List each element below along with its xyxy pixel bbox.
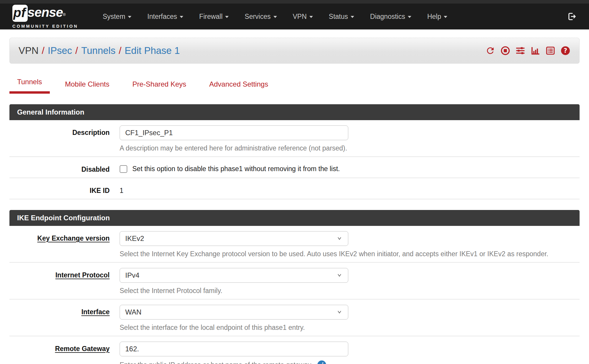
key-exchange-help: Select the Internet Key Exchange protoco… [120,250,580,258]
control-column: 1 [120,183,580,195]
description-row: Description A description may be entered… [9,120,580,157]
nav-menu: System Interfaces Firewall Services VPN … [95,13,567,21]
breadcrumb-vpn: VPN [19,45,39,56]
label-column: IKE ID [9,183,110,195]
label-column: Internet Protocol [9,268,110,295]
help-icon[interactable]: ? [560,46,570,56]
key-exchange-label: Key Exchange version [37,234,110,242]
remote-gateway-row: Remote Gateway Enter the public IP addre… [9,336,580,364]
description-input[interactable] [120,125,348,140]
remote-gateway-help: Enter the public IP address or host name… [120,360,580,364]
disabled-checkbox-label: Set this option to disable this phase1 w… [132,165,340,173]
tab-mobile-clients[interactable]: Mobile Clients [57,77,117,94]
disabled-checkbox[interactable] [120,165,127,173]
sign-out-icon[interactable] [567,11,577,21]
interface-label: Interface [81,308,110,316]
breadcrumb-edit-phase1-link[interactable]: Edit Phase 1 [125,45,180,56]
key-exchange-select[interactable]: IKEv2 [120,231,348,246]
label-column: Interface [9,305,110,332]
disabled-row: Disabled Set this option to disable this… [9,157,580,178]
breadcrumb-separator: / [75,45,78,56]
ike-endpoint-header: IKE Endpoint Configuration [9,210,580,226]
control-column: IPv4 Select the Internet Protocol family… [120,268,580,295]
nav-item-help[interactable]: Help [419,13,455,21]
breadcrumb-separator: / [42,45,44,56]
general-information-panel: General Information Description A descri… [9,104,580,199]
caret-down-icon [273,16,277,18]
key-exchange-row: Key Exchange version IKEv2 Select the In… [9,226,580,263]
label-column: Disabled [9,162,110,173]
sliders-icon[interactable] [515,46,525,56]
pf-logo-mark: pf [12,5,28,22]
chevron-down-icon [336,273,343,277]
nav-item-vpn[interactable]: VPN [285,13,321,21]
internet-protocol-help: Select the Internet Protocol family. [120,287,580,295]
internet-protocol-select[interactable]: IPv4 [120,268,348,283]
caret-down-icon [225,16,229,18]
nav-item-firewall[interactable]: Firewall [191,13,237,21]
remote-gateway-label: Remote Gateway [55,345,110,353]
community-edition-label: COMMUNITY EDITION [12,24,78,29]
stop-icon[interactable] [500,46,510,56]
nav-item-status[interactable]: Status [321,13,362,21]
caret-down-icon [180,16,183,18]
nav-item-system[interactable]: System [95,13,139,21]
top-strip [0,0,589,4]
nav-item-services[interactable]: Services [237,13,285,21]
breadcrumb-action-icons: ? [485,46,570,56]
nav-item-label: Help [427,13,441,21]
nav-item-diagnostics[interactable]: Diagnostics [362,13,419,21]
breadcrumb: VPN / IPsec / Tunnels / Edit Phase 1 [19,45,180,56]
internet-protocol-help-text: Select the Internet Protocol family. [120,287,222,295]
chevron-down-icon [336,236,343,241]
interface-value: WAN [125,308,141,316]
ike-id-value: 1 [120,183,580,195]
key-exchange-value: IKEv2 [125,234,144,243]
caret-down-icon [408,16,411,18]
breadcrumb-bar: VPN / IPsec / Tunnels / Edit Phase 1 [9,38,580,64]
nav-item-label: Diagnostics [370,13,405,21]
remote-gateway-help-text: Enter the public IP address or host name… [120,361,313,364]
svg-text:?: ? [564,47,567,54]
disabled-label: Disabled [81,166,110,173]
top-navbar: pf sense ® COMMUNITY EDITION System Inte… [0,4,589,29]
control-column: WAN Select the interface for the local e… [120,305,580,332]
tab-pre-shared-keys[interactable]: Pre-Shared Keys [125,77,194,94]
label-column: Key Exchange version [9,231,110,258]
caret-down-icon [444,16,447,18]
ike-id-row: IKE ID 1 [9,178,580,199]
nav-item-label: Firewall [199,13,222,21]
status-chart-icon[interactable] [530,46,540,56]
remote-gateway-input[interactable] [120,342,348,356]
label-column: Remote Gateway [9,342,110,364]
description-label: Description [72,129,110,136]
interface-row: Interface WAN Select the interface for t… [9,300,580,336]
breadcrumb-tunnels-link[interactable]: Tunnels [81,45,116,56]
nav-item-label: Services [245,13,270,21]
nav-item-interfaces[interactable]: Interfaces [139,13,191,21]
tab-advanced-settings[interactable]: Advanced Settings [202,77,276,94]
log-list-icon[interactable] [545,46,555,56]
internet-protocol-label: Internet Protocol [55,271,110,279]
refresh-icon[interactable] [485,46,495,56]
nav-item-label: Interfaces [147,13,177,21]
description-help: A description may be entered here for ad… [120,144,580,152]
nav-item-label: Status [329,13,348,21]
info-icon[interactable]: i [317,360,326,364]
general-information-header: General Information [9,104,580,120]
pfsense-logo[interactable]: pf sense ® COMMUNITY EDITION [12,5,78,29]
interface-select[interactable]: WAN [120,305,348,320]
tab-tunnels[interactable]: Tunnels [9,75,50,94]
registered-mark: ® [63,12,66,17]
pfsense-logo-row: pf sense ® [12,5,78,22]
nav-item-label: System [103,13,125,21]
breadcrumb-separator: / [119,45,121,56]
caret-down-icon [128,16,131,18]
page-tabs: Tunnels Mobile Clients Pre-Shared Keys A… [9,75,580,94]
control-column: Enter the public IP address or host name… [120,342,580,364]
pfsense-page: pf sense ® COMMUNITY EDITION System Inte… [0,0,589,364]
pfsense-logo-text: sense [28,5,63,20]
disabled-checkbox-row: Set this option to disable this phase1 w… [120,162,580,173]
description-help-text: A description may be entered here for ad… [120,144,347,152]
breadcrumb-ipsec-link[interactable]: IPsec [48,45,72,56]
